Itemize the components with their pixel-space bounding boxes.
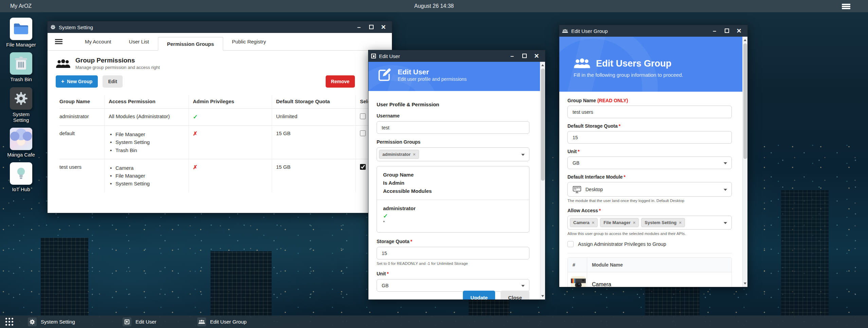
chip-remove-icon[interactable]: × <box>592 220 595 225</box>
maximize-button[interactable] <box>369 25 374 29</box>
unit-select[interactable]: GB <box>377 279 529 292</box>
scrollbar[interactable] <box>742 37 747 287</box>
window-title: Edit User <box>379 53 509 59</box>
default-interface-module-label: Default Interface Module* <box>567 174 732 180</box>
scroll-up-icon[interactable] <box>743 37 747 43</box>
permission-groups-multiselect[interactable]: administrator× <box>377 147 529 161</box>
desktop-icon-system-setting[interactable]: System Setting <box>4 87 38 123</box>
minimize-button[interactable]: – <box>356 24 362 30</box>
group-chip: administrator× <box>379 150 419 159</box>
close-button[interactable]: ✕ <box>380 24 386 30</box>
users-group-icon <box>56 59 71 69</box>
module-chip: System Setting× <box>641 218 685 227</box>
chevron-down-icon[interactable] <box>521 154 525 156</box>
column-header: Admin Privileges <box>188 95 272 108</box>
column-header-module-name: Module Name <box>587 258 731 272</box>
desktop-monitor-icon <box>573 186 581 193</box>
new-group-button[interactable]: +New Group <box>56 75 98 88</box>
cell-access-permission: Camera File Manager System Setting <box>104 159 188 193</box>
edit-user-titlebar[interactable]: Edit User – ✕ <box>368 50 545 62</box>
app-window-icon <box>123 317 131 326</box>
edit-pencil-icon <box>377 67 392 82</box>
tab-user-list[interactable]: User List <box>120 33 158 50</box>
scroll-down-icon[interactable] <box>743 281 747 286</box>
scroll-up-icon[interactable] <box>540 62 545 68</box>
desktop-icon-manga-cafe[interactable]: Manga Cafe <box>4 128 38 158</box>
close-button[interactable]: ✕ <box>534 53 540 59</box>
divider <box>567 253 732 253</box>
row-select-checkbox[interactable] <box>360 130 366 136</box>
edit-user-header: Edit User Edit user profile and permissi… <box>368 62 545 91</box>
module-chip: File Manager× <box>600 218 639 227</box>
group-name-field[interactable]: test users <box>567 106 732 118</box>
plus-icon: + <box>61 78 64 85</box>
chevron-down-icon <box>724 162 727 164</box>
tab-permission-groups[interactable]: Permission Groups <box>158 37 223 51</box>
taskbar-item-system-setting[interactable]: System Setting <box>24 315 78 328</box>
storage-quota-label: Storage Quota* <box>377 239 529 244</box>
desktop-icon-file-manager[interactable]: File Manager <box>4 18 38 48</box>
edit-group-button[interactable]: Edit <box>103 75 122 88</box>
top-bar: My ArOZ August 26 14:38 <box>0 0 868 12</box>
scrollbar-thumb[interactable] <box>743 43 747 159</box>
chip-remove-icon[interactable]: × <box>413 152 416 157</box>
remove-group-button[interactable]: Remove <box>326 75 355 88</box>
row-select-checkbox[interactable] <box>360 113 366 119</box>
scrollbar[interactable] <box>540 62 545 299</box>
section-heading: User Profile & Permission <box>377 102 529 107</box>
close-button[interactable]: ✕ <box>736 28 742 34</box>
tab-menu-icon[interactable] <box>55 39 62 44</box>
username-label: Username <box>377 113 529 119</box>
update-button[interactable]: Update <box>463 291 495 300</box>
taskbar-item-edit-user-group[interactable]: Edit User Group <box>194 315 250 328</box>
maximize-button[interactable] <box>725 29 729 33</box>
module-table: # Module Name Camera <box>567 257 732 287</box>
admin-cross-icon: ✗ <box>193 131 197 136</box>
unit-label: Unit* <box>377 271 529 276</box>
close-dialog-button[interactable]: Close <box>501 291 529 300</box>
window-title: Edit User Group <box>571 28 711 34</box>
system-setting-tabbar: My Account User List Permission Groups P… <box>48 33 392 51</box>
chevron-down-icon[interactable] <box>724 222 727 224</box>
default-storage-quota-field[interactable]: 15 <box>567 131 732 144</box>
scrollbar-thumb[interactable] <box>541 69 545 181</box>
scroll-down-icon[interactable] <box>540 293 545 299</box>
row-select-checkbox[interactable] <box>360 164 366 170</box>
allow-access-multiselect[interactable]: Camera× File Manager× System Setting× <box>567 216 732 230</box>
taskbar-item-edit-user[interactable]: Edit User <box>119 315 160 328</box>
module-row-camera: Camera <box>568 272 731 287</box>
minimize-button[interactable]: – <box>509 53 515 59</box>
assign-admin-row: Assign Administrator Privileges to Group <box>567 241 732 247</box>
chip-remove-icon[interactable]: × <box>633 220 636 225</box>
tab-my-account[interactable]: My Account <box>76 33 120 50</box>
username-field[interactable]: test <box>377 121 529 134</box>
group-name-label: Group Name (READ ONLY) <box>567 98 732 103</box>
cell-group-name: default <box>59 125 104 159</box>
app-launcher-grid-icon[interactable] <box>5 318 14 326</box>
unit-select[interactable]: GB <box>567 157 732 169</box>
minimize-button[interactable]: – <box>711 28 718 34</box>
chip-remove-icon[interactable]: × <box>679 220 682 225</box>
group-permissions-header: Group Permissions Manage group permissio… <box>56 57 384 70</box>
dialog-title: Edit User <box>398 68 467 76</box>
folder-icon <box>10 18 32 40</box>
desktop-icon-trash-bin[interactable]: Trash Bin <box>4 52 38 82</box>
hamburger-menu-icon[interactable] <box>842 4 850 5</box>
default-interface-module-select[interactable]: Desktop <box>567 182 732 197</box>
maximize-button[interactable] <box>522 54 527 58</box>
taskbar: System Setting Edit User Edit User Group <box>0 315 868 328</box>
storage-quota-help: Set to 0 for READONLY and -1 for Unlimit… <box>377 261 529 266</box>
edit-user-group-titlebar[interactable]: Edit User Group – ✕ <box>559 25 747 37</box>
system-setting-titlebar[interactable]: System Setting – ✕ <box>48 21 392 33</box>
camera-module-icon <box>571 276 586 287</box>
desktop-icon-iot-hub[interactable]: IoT Hub <box>4 162 38 192</box>
tab-public-registry[interactable]: Public Registry <box>223 33 275 50</box>
permission-groups-label: Permission Groups <box>377 139 529 145</box>
users-group-icon <box>574 58 591 69</box>
assign-admin-checkbox[interactable] <box>567 241 574 247</box>
storage-quota-field[interactable]: 15 <box>377 247 529 259</box>
wallpaper-building <box>41 238 88 316</box>
users-group-icon <box>562 29 568 33</box>
group-info-box: Group Name Is Admin Accessible Modules a… <box>377 166 529 233</box>
chevron-down-icon <box>724 189 727 191</box>
